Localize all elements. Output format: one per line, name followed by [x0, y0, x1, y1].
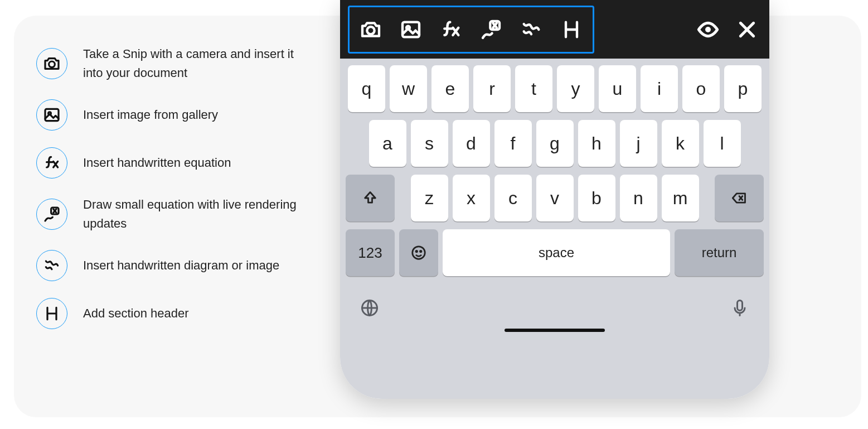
scribble-x-icon [36, 199, 67, 230]
key-p[interactable]: p [724, 65, 762, 112]
key-m[interactable]: m [662, 175, 699, 221]
key-d[interactable]: d [453, 120, 490, 167]
globe-icon[interactable] [360, 298, 380, 320]
phone-mockup: qwertyuiop asdfghjkl zxcvbnm 123 space r… [340, 0, 769, 399]
key-o[interactable]: o [682, 65, 720, 112]
keyboard-row-3-letters: zxcvbnm [411, 175, 699, 221]
keyboard-row-2: asdfghjkl [346, 120, 764, 167]
key-u[interactable]: u [599, 65, 636, 112]
svg-point-9 [413, 247, 425, 259]
legend-item-image: Insert image from gallery [36, 99, 326, 131]
home-indicator [505, 329, 605, 332]
legend-list: Take a Snip with a camera and insert it … [36, 45, 326, 329]
legend-text: Insert image from gallery [83, 105, 218, 124]
image-icon [36, 99, 67, 131]
svg-rect-1 [45, 109, 59, 121]
key-y[interactable]: y [557, 65, 594, 112]
fx-icon[interactable] [440, 18, 462, 41]
svg-point-10 [416, 250, 418, 252]
mic-icon[interactable] [730, 298, 750, 320]
svg-point-0 [49, 61, 55, 68]
heading-icon [36, 298, 67, 329]
scribble-x-icon[interactable] [480, 18, 502, 41]
close-icon[interactable] [736, 18, 758, 41]
eye-icon[interactable] [697, 18, 719, 41]
shift-key[interactable] [346, 175, 395, 221]
key-w[interactable]: w [390, 65, 427, 112]
key-j[interactable]: j [620, 120, 657, 167]
key-i[interactable]: i [641, 65, 678, 112]
svg-rect-5 [403, 22, 419, 37]
keyboard-row-1: qwertyuiop [346, 65, 764, 112]
emoji-key[interactable] [399, 229, 438, 276]
svg-point-4 [367, 27, 374, 34]
svg-point-11 [420, 250, 422, 252]
key-q[interactable]: q [348, 65, 385, 112]
key-h[interactable]: h [578, 120, 615, 167]
scribble-icon [36, 250, 67, 281]
legend-text: Insert handwritten diagram or image [83, 256, 279, 275]
key-l[interactable]: l [704, 120, 741, 167]
camera-icon [36, 48, 67, 79]
key-x[interactable]: x [453, 175, 490, 221]
scribble-icon[interactable] [520, 18, 542, 41]
camera-icon[interactable] [360, 18, 382, 41]
space-key[interactable]: space [443, 229, 670, 276]
image-icon[interactable] [400, 18, 422, 41]
key-b[interactable]: b [578, 175, 615, 221]
svg-rect-13 [738, 301, 743, 311]
key-g[interactable]: g [536, 120, 574, 167]
key-k[interactable]: k [662, 120, 699, 167]
key-r[interactable]: r [473, 65, 511, 112]
key-t[interactable]: t [515, 65, 552, 112]
snip-toolbar [340, 0, 769, 59]
legend-item-camera: Take a Snip with a camera and insert it … [36, 45, 326, 83]
key-v[interactable]: v [536, 175, 574, 221]
legend-item-scribble: Insert handwritten diagram or image [36, 250, 326, 281]
keyboard-row-3: zxcvbnm [346, 175, 764, 221]
backspace-key[interactable] [715, 175, 764, 221]
toolbar-highlight-group [348, 6, 594, 54]
legend-item-heading: Add section header [36, 298, 326, 329]
legend-text: Draw small equation with live rendering … [83, 195, 306, 233]
legend-text: Insert handwritten equation [83, 153, 231, 172]
legend-item-fx: Insert handwritten equation [36, 147, 326, 179]
numbers-key[interactable]: 123 [346, 229, 395, 276]
key-c[interactable]: c [494, 175, 532, 221]
key-z[interactable]: z [411, 175, 448, 221]
legend-item-scribble-x: Draw small equation with live rendering … [36, 195, 326, 233]
return-key[interactable]: return [675, 229, 764, 276]
legend-text: Add section header [83, 304, 189, 323]
svg-point-8 [705, 27, 711, 32]
key-e[interactable]: e [431, 65, 469, 112]
fx-icon [36, 147, 67, 179]
ios-keyboard: qwertyuiop asdfghjkl zxcvbnm 123 space r… [340, 59, 769, 399]
key-a[interactable]: a [369, 120, 406, 167]
key-f[interactable]: f [494, 120, 532, 167]
heading-icon[interactable] [560, 18, 583, 41]
key-s[interactable]: s [411, 120, 448, 167]
legend-text: Take a Snip with a camera and insert it … [83, 45, 306, 83]
key-n[interactable]: n [620, 175, 657, 221]
